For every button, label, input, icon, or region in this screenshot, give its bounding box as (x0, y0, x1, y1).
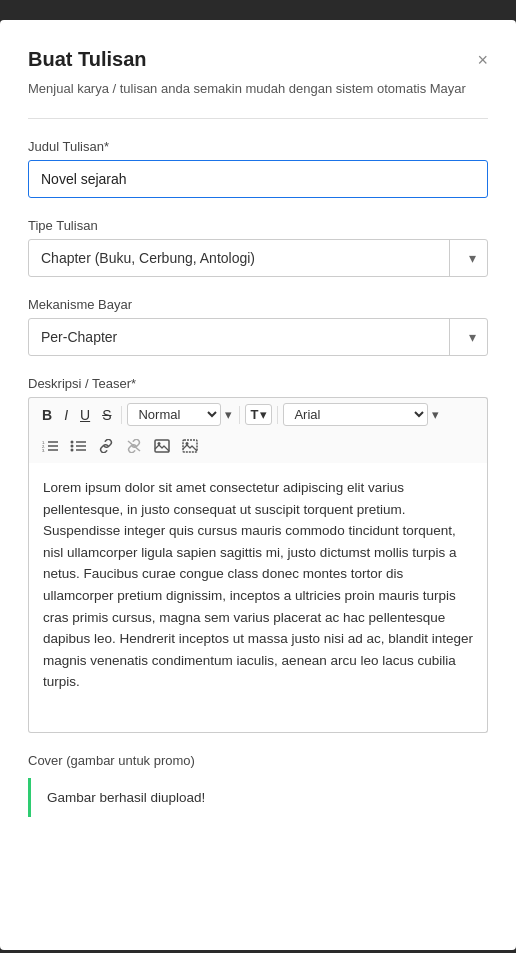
type-select-wrapper: Chapter (Buku, Cerbung, Antologi) Cerpen… (28, 239, 488, 277)
payment-label: Mekanisme Bayar (28, 297, 488, 312)
bold-button[interactable]: B (37, 405, 57, 425)
svg-line-12 (128, 441, 140, 451)
link-button[interactable] (93, 436, 119, 458)
title-label: Judul Tulisan* (28, 139, 488, 154)
modal-header: Buat Tulisan × (28, 48, 488, 71)
editor-area[interactable]: Lorem ipsum dolor sit amet consectetur a… (28, 463, 488, 733)
payment-select[interactable]: Per-Chapter Per-Buku (28, 318, 488, 356)
upload-success-box: Gambar berhasil diupload! (28, 778, 488, 817)
title-input[interactable] (28, 160, 488, 198)
svg-point-6 (71, 441, 74, 444)
svg-point-8 (71, 449, 74, 452)
toolbar-separator-1 (121, 406, 122, 424)
editor-toolbar-row2: 1. 2. 3. (28, 431, 488, 463)
svg-rect-13 (155, 440, 169, 452)
unordered-list-button[interactable] (65, 436, 91, 458)
payment-select-wrapper: Per-Chapter Per-Buku ▾ (28, 318, 488, 356)
cover-label: Cover (gambar untuk promo) (28, 753, 488, 768)
modal-subtitle: Menjual karya / tulisan anda semakin mud… (28, 81, 488, 96)
t-icon: T (250, 407, 258, 422)
unlink-button[interactable] (121, 436, 147, 458)
ordered-list-icon: 1. 2. 3. (42, 439, 58, 453)
insert-image2-button[interactable] (177, 436, 203, 458)
style-select[interactable]: Normal Heading 1 Heading 2 (127, 403, 221, 426)
toolbar-separator-3 (277, 406, 278, 424)
payment-group: Mekanisme Bayar Per-Chapter Per-Buku ▾ (28, 297, 488, 356)
ordered-list-button[interactable]: 1. 2. 3. (37, 436, 63, 458)
text-size-button[interactable]: T ▾ (245, 404, 272, 425)
description-label: Deskripsi / Teaser* (28, 376, 488, 391)
toolbar-separator-2 (239, 406, 240, 424)
insert-image2-icon (182, 439, 198, 453)
type-group: Tipe Tulisan Chapter (Buku, Cerbung, Ant… (28, 218, 488, 277)
title-group: Judul Tulisan* (28, 139, 488, 198)
svg-rect-15 (183, 440, 197, 452)
font-chevron-icon: ▾ (430, 407, 441, 422)
upload-success-text: Gambar berhasil diupload! (47, 790, 205, 805)
insert-image-button[interactable] (149, 436, 175, 458)
strikethrough-button[interactable]: S (97, 405, 116, 425)
type-label: Tipe Tulisan (28, 218, 488, 233)
modal-title: Buat Tulisan (28, 48, 147, 71)
style-chevron-icon: ▾ (223, 407, 234, 422)
unlink-icon (126, 439, 142, 453)
insert-image-icon (154, 439, 170, 453)
divider (28, 118, 488, 119)
editor-content: Lorem ipsum dolor sit amet consectetur a… (43, 480, 473, 689)
underline-button[interactable]: U (75, 405, 95, 425)
link-icon (98, 439, 114, 453)
close-button[interactable]: × (477, 51, 488, 69)
svg-text:3.: 3. (42, 448, 45, 453)
modal-container: Buat Tulisan × Menjual karya / tulisan a… (0, 20, 516, 950)
t-chevron-icon: ▾ (260, 407, 267, 422)
unordered-list-icon (70, 439, 86, 453)
description-group: Deskripsi / Teaser* B I U S Normal Headi… (28, 376, 488, 733)
cover-group: Cover (gambar untuk promo) Gambar berhas… (28, 753, 488, 817)
font-select[interactable]: Arial Times New Roman Courier New (283, 403, 428, 426)
svg-point-7 (71, 445, 74, 448)
modal-overlay: Buat Tulisan × Menjual karya / tulisan a… (0, 0, 516, 953)
italic-button[interactable]: I (59, 405, 73, 425)
type-select[interactable]: Chapter (Buku, Cerbung, Antologi) Cerpen… (28, 239, 488, 277)
editor-toolbar-row1: B I U S Normal Heading 1 Heading 2 ▾ T ▾ (28, 397, 488, 431)
